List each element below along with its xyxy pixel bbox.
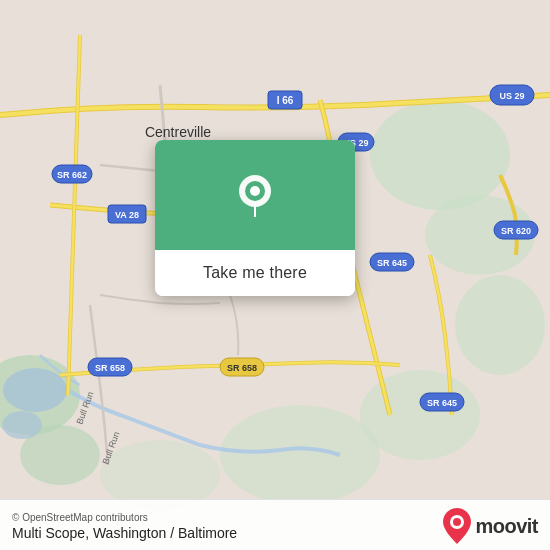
svg-point-7: [220, 405, 380, 505]
moovit-pin-icon: [443, 508, 471, 544]
location-pin-icon: [233, 173, 277, 217]
bottom-left-info: © OpenStreetMap contributors Multi Scope…: [12, 512, 237, 541]
svg-text:Centreville: Centreville: [145, 124, 211, 140]
map-container: I 66 US 29 US 29 VA 28 SR 662 SR 620 SR …: [0, 0, 550, 550]
svg-text:SR 662: SR 662: [57, 170, 87, 180]
svg-text:SR 620: SR 620: [501, 226, 531, 236]
moovit-logo: moovit: [443, 508, 538, 544]
svg-text:SR 658: SR 658: [95, 363, 125, 373]
svg-point-36: [250, 186, 260, 196]
card-map-area: [155, 140, 355, 250]
svg-point-3: [455, 275, 545, 375]
svg-point-38: [453, 518, 461, 526]
svg-point-10: [2, 411, 42, 439]
location-name: Multi Scope, Washington / Baltimore: [12, 525, 237, 541]
bottom-bar: © OpenStreetMap contributors Multi Scope…: [0, 499, 550, 550]
moovit-text: moovit: [475, 515, 538, 538]
location-card: Take me there: [155, 140, 355, 296]
svg-text:I 66: I 66: [277, 95, 294, 106]
svg-text:SR 645: SR 645: [427, 398, 457, 408]
svg-point-1: [370, 100, 510, 210]
svg-point-9: [3, 368, 67, 412]
svg-text:SR 645: SR 645: [377, 258, 407, 268]
svg-text:SR 658: SR 658: [227, 363, 257, 373]
svg-text:VA 28: VA 28: [115, 210, 139, 220]
osm-credit: © OpenStreetMap contributors: [12, 512, 237, 523]
take-me-there-button[interactable]: Take me there: [155, 250, 355, 296]
svg-text:US 29: US 29: [499, 91, 524, 101]
